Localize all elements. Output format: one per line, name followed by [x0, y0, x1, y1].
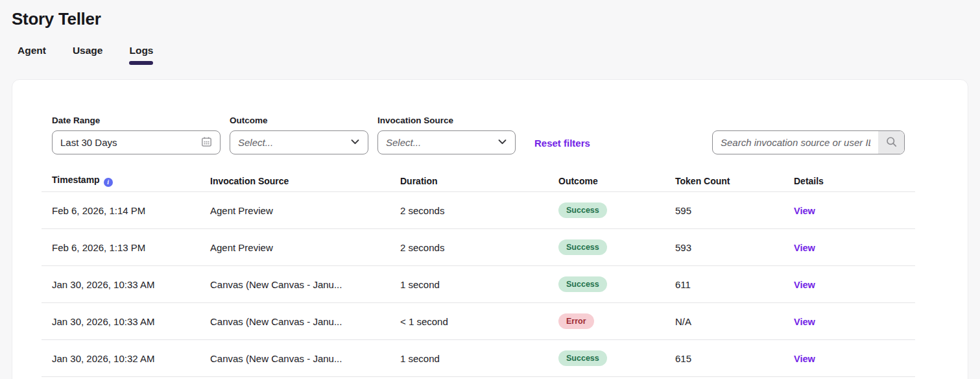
invocation-source-cell: Canvas (New Canvas - Janu... [210, 279, 400, 290]
header-timestamp: Timestampi [42, 175, 210, 187]
date-range-filter: Date Range Last 30 Days [52, 116, 221, 154]
tab-agent[interactable]: Agent [18, 45, 46, 65]
chevron-down-icon [497, 137, 507, 149]
outcome-select[interactable]: Select... [230, 130, 368, 154]
duration-cell: < 1 second [400, 316, 558, 327]
invocation-source-cell: Agent Preview [210, 205, 400, 216]
invocation-source-cell: Canvas (New Canvas - Janu... [210, 316, 400, 327]
invocation-source-cell: Agent Preview [210, 242, 400, 253]
invocation-source-select[interactable]: Select... [377, 130, 516, 154]
invocation-source-filter: Invocation Source Select... [377, 116, 516, 154]
duration-cell: 1 second [400, 279, 558, 290]
calendar-icon [201, 136, 212, 149]
invocation-source-cell: Canvas (New Canvas - Janu... [210, 353, 400, 364]
logs-panel: Date Range Last 30 Days [12, 79, 968, 379]
token-count-cell: N/A [675, 316, 794, 327]
view-link[interactable]: View [794, 243, 815, 253]
status-badge: Error [558, 313, 594, 329]
header-details: Details [794, 176, 915, 186]
logs-table: Timestampi Invocation Source Duration Ou… [42, 170, 915, 377]
outcome-cell: Success [558, 239, 675, 255]
invocation-source-label: Invocation Source [377, 116, 516, 125]
chevron-down-icon [350, 137, 360, 149]
header-invocation-source: Invocation Source [210, 176, 400, 186]
table-row: Jan 30, 2026, 10:32 AM Canvas (New Canva… [42, 340, 915, 377]
timestamp-cell: Jan 30, 2026, 10:32 AM [42, 353, 210, 364]
token-count-cell: 595 [675, 205, 794, 216]
table-header-row: Timestampi Invocation Source Duration Ou… [42, 170, 915, 192]
view-link[interactable]: View [794, 354, 815, 364]
token-count-cell: 615 [675, 353, 794, 364]
search-box [712, 130, 905, 154]
outcome-cell: Error [558, 313, 675, 329]
timestamp-cell: Jan 30, 2026, 10:33 AM [42, 279, 210, 290]
tab-usage[interactable]: Usage [73, 45, 103, 65]
duration-cell: 1 second [400, 353, 558, 364]
status-badge: Success [558, 350, 607, 366]
status-badge: Success [558, 276, 607, 292]
details-cell: View [794, 205, 915, 216]
outcome-label: Outcome [230, 116, 368, 125]
token-count-cell: 593 [675, 242, 794, 253]
header-token-count: Token Count [675, 176, 794, 186]
table-body: Feb 6, 2026, 1:14 PM Agent Preview 2 sec… [42, 192, 915, 377]
timestamp-cell: Feb 6, 2026, 1:13 PM [42, 242, 210, 253]
search-button[interactable] [878, 131, 904, 154]
outcome-cell: Success [558, 350, 675, 366]
timestamp-cell: Jan 30, 2026, 10:33 AM [42, 316, 210, 327]
invocation-source-select-value: Select... [386, 137, 497, 148]
tab-bar: Agent Usage Logs [18, 45, 980, 65]
view-link[interactable]: View [794, 280, 815, 290]
token-count-cell: 611 [675, 279, 794, 290]
outcome-select-value: Select... [238, 137, 350, 148]
date-range-value: Last 30 Days [60, 137, 201, 148]
table-row: Feb 6, 2026, 1:13 PM Agent Preview 2 sec… [42, 229, 915, 266]
header-outcome: Outcome [558, 176, 675, 186]
outcome-filter: Outcome Select... [230, 116, 368, 154]
details-cell: View [794, 279, 915, 290]
tab-logs[interactable]: Logs [129, 45, 153, 65]
outcome-cell: Success [558, 276, 675, 292]
timestamp-info-icon[interactable]: i [104, 178, 113, 187]
table-row: Jan 30, 2026, 10:33 AM Canvas (New Canva… [42, 266, 915, 303]
timestamp-cell: Feb 6, 2026, 1:14 PM [42, 205, 210, 216]
status-badge: Success [558, 239, 607, 255]
duration-cell: 2 seconds [400, 242, 558, 253]
search-input[interactable] [713, 131, 878, 154]
page-title: Story Teller [12, 9, 980, 29]
details-cell: View [794, 353, 915, 364]
outcome-cell: Success [558, 202, 675, 218]
duration-cell: 2 seconds [400, 205, 558, 216]
date-range-input[interactable]: Last 30 Days [52, 130, 221, 154]
search-icon [885, 136, 898, 150]
filter-bar: Date Range Last 30 Days [52, 116, 905, 154]
status-badge: Success [558, 202, 607, 218]
view-link[interactable]: View [794, 206, 815, 216]
header-duration: Duration [400, 176, 558, 186]
table-row: Jan 30, 2026, 10:33 AM Canvas (New Canva… [42, 303, 915, 340]
details-cell: View [794, 242, 915, 253]
view-link[interactable]: View [794, 317, 815, 327]
details-cell: View [794, 316, 915, 327]
date-range-label: Date Range [52, 116, 221, 125]
reset-filters-link[interactable]: Reset filters [534, 138, 590, 149]
table-row: Feb 6, 2026, 1:14 PM Agent Preview 2 sec… [42, 192, 915, 229]
